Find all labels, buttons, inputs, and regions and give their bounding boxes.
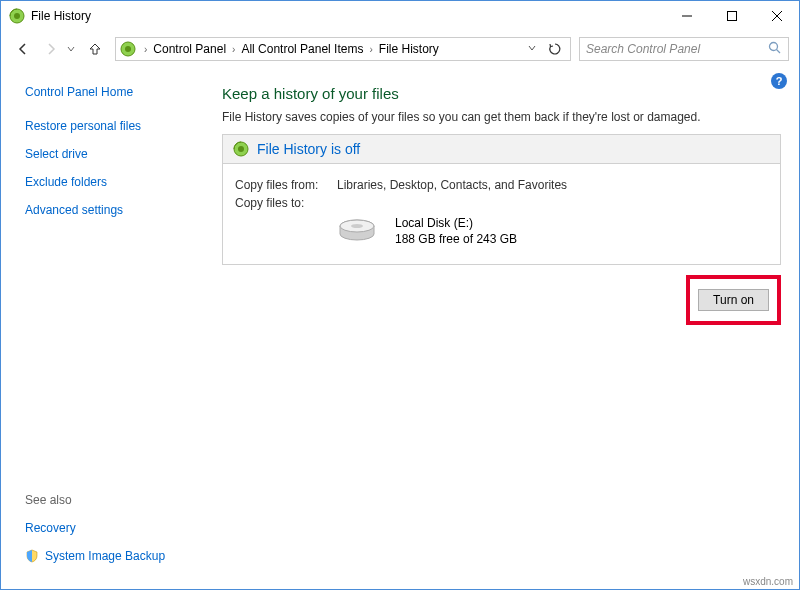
- search-box[interactable]: [579, 37, 789, 61]
- svg-point-8: [770, 42, 778, 50]
- svg-point-7: [125, 46, 131, 52]
- navbar: › Control Panel › All Control Panel Item…: [1, 31, 799, 67]
- panel-header: File History is off: [223, 135, 780, 164]
- close-button[interactable]: [754, 1, 799, 31]
- svg-point-1: [14, 13, 20, 19]
- minimize-button[interactable]: [664, 1, 709, 31]
- sidebar-link-advanced[interactable]: Advanced settings: [25, 203, 123, 217]
- search-input[interactable]: [586, 42, 768, 56]
- svg-point-11: [238, 146, 244, 152]
- svg-line-9: [777, 49, 781, 53]
- up-button[interactable]: [83, 37, 107, 61]
- disk-name: Local Disk (E:): [395, 216, 517, 230]
- address-dropdown[interactable]: [524, 42, 540, 56]
- help-icon[interactable]: ?: [771, 73, 787, 89]
- copy-from-label: Copy files from:: [235, 178, 337, 192]
- chevron-right-icon[interactable]: ›: [232, 44, 235, 55]
- watermark: wsxdn.com: [743, 576, 793, 587]
- sidebar-link-recovery[interactable]: Recovery: [25, 521, 76, 535]
- sidebar-link-exclude[interactable]: Exclude folders: [25, 175, 107, 189]
- disk-icon: [337, 218, 377, 244]
- disk-space: 188 GB free of 243 GB: [395, 232, 517, 246]
- svg-rect-3: [727, 12, 736, 21]
- svg-point-14: [351, 224, 363, 228]
- maximize-button[interactable]: [709, 1, 754, 31]
- copy-to-label: Copy files to:: [235, 196, 337, 210]
- disk-block: Local Disk (E:) 188 GB free of 243 GB: [235, 216, 768, 246]
- sidebar-link-select-drive[interactable]: Select drive: [25, 147, 88, 161]
- sidebar-link-system-image[interactable]: System Image Backup: [25, 549, 165, 563]
- history-dropdown[interactable]: [67, 42, 79, 56]
- address-icon: [120, 41, 136, 57]
- highlight-box: Turn on: [686, 275, 781, 325]
- sidebar-link-restore[interactable]: Restore personal files: [25, 119, 141, 133]
- search-icon[interactable]: [768, 41, 782, 58]
- panel-body: Copy files from: Libraries, Desktop, Con…: [223, 164, 780, 264]
- window-controls: [664, 1, 799, 31]
- sidebar: Control Panel Home Restore personal file…: [1, 67, 196, 589]
- chevron-right-icon[interactable]: ›: [144, 44, 147, 55]
- copy-from-value: Libraries, Desktop, Contacts, and Favori…: [337, 178, 567, 192]
- file-history-icon: [233, 141, 249, 157]
- turn-on-button[interactable]: Turn on: [698, 289, 769, 311]
- breadcrumb: › Control Panel › All Control Panel Item…: [140, 40, 524, 58]
- see-also-label: See also: [25, 493, 196, 507]
- breadcrumb-item[interactable]: File History: [377, 40, 441, 58]
- file-history-panel: File History is off Copy files from: Lib…: [222, 134, 781, 265]
- app-icon: [9, 8, 25, 24]
- titlebar: File History: [1, 1, 799, 31]
- disk-info: Local Disk (E:) 188 GB free of 243 GB: [395, 216, 517, 246]
- panel-status-text: File History is off: [257, 141, 360, 157]
- window-title: File History: [31, 9, 664, 23]
- forward-button[interactable]: [39, 37, 63, 61]
- shield-icon: [25, 549, 39, 563]
- address-bar[interactable]: › Control Panel › All Control Panel Item…: [115, 37, 571, 61]
- breadcrumb-item[interactable]: All Control Panel Items: [239, 40, 365, 58]
- control-panel-home-link[interactable]: Control Panel Home: [25, 85, 133, 99]
- main-panel: Keep a history of your files File Histor…: [196, 67, 799, 589]
- action-row: Turn on: [222, 275, 781, 325]
- sidebar-link-label: System Image Backup: [45, 549, 165, 563]
- page-description: File History saves copies of your files …: [222, 110, 781, 124]
- refresh-button[interactable]: [544, 38, 566, 60]
- chevron-right-icon[interactable]: ›: [369, 44, 372, 55]
- page-title: Keep a history of your files: [222, 85, 781, 102]
- back-button[interactable]: [11, 37, 35, 61]
- content-area: ? Control Panel Home Restore personal fi…: [1, 67, 799, 589]
- breadcrumb-item[interactable]: Control Panel: [151, 40, 228, 58]
